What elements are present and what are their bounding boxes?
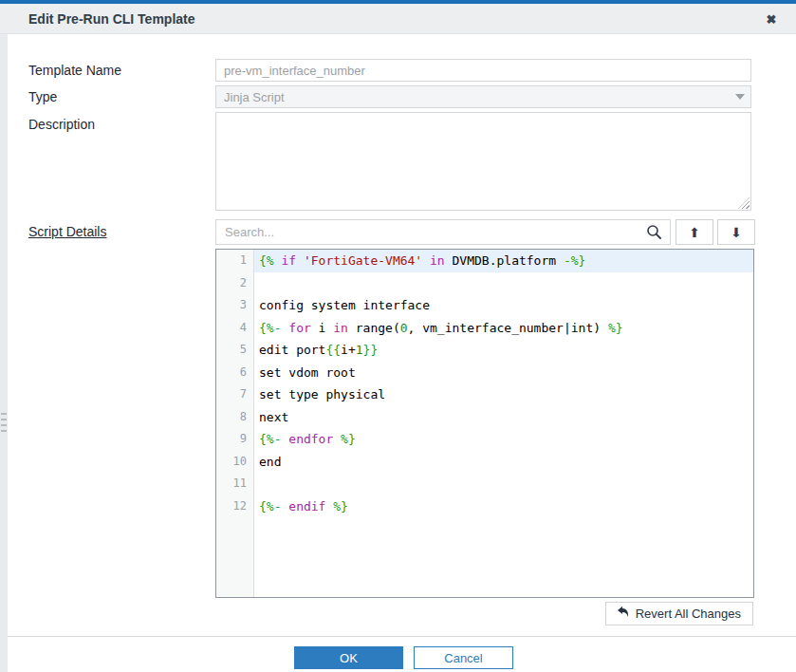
dialog-titlebar: Edit Pre-Run CLI Template ✖: [0, 4, 796, 34]
undo-icon: [616, 606, 630, 622]
line-number: 9: [216, 428, 253, 451]
dialog-content: Template Name Type Jinja Script Descript…: [8, 34, 796, 672]
search-icon[interactable]: [646, 224, 662, 244]
description-textarea[interactable]: [215, 112, 751, 211]
arrow-up-icon: ⬆: [689, 225, 700, 240]
line-number: 6: [216, 362, 253, 384]
code-line[interactable]: config system interface: [254, 294, 753, 317]
code-line[interactable]: edit port{{i+1}}: [254, 339, 753, 362]
dialog-title: Edit Pre-Run CLI Template: [28, 11, 195, 27]
script-details-label[interactable]: Script Details: [28, 224, 106, 239]
editor-line-number-gutter: 123456789101112: [216, 250, 254, 597]
type-label: Type: [28, 89, 57, 104]
description-label: Description: [28, 117, 95, 132]
line-number: 10: [216, 451, 253, 474]
line-number: 11: [216, 473, 253, 495]
revert-all-changes-label: Revert All Changes: [636, 607, 741, 621]
search-next-button[interactable]: ⬇: [717, 219, 755, 245]
code-line[interactable]: {%- endfor %}: [254, 428, 753, 451]
ok-button[interactable]: OK: [294, 646, 403, 669]
type-select-value: Jinja Script: [224, 90, 285, 104]
line-number: 2: [216, 272, 253, 295]
code-line[interactable]: end: [254, 451, 753, 474]
script-code-editor[interactable]: 123456789101112 {% if 'FortiGate-VM64' i…: [215, 249, 754, 598]
arrow-down-icon: ⬇: [731, 225, 742, 240]
code-line[interactable]: set type physical: [254, 383, 753, 406]
left-panel-rail: [0, 34, 8, 672]
code-line[interactable]: next: [254, 406, 753, 429]
script-search: [215, 219, 671, 245]
cancel-button[interactable]: Cancel: [414, 646, 513, 669]
search-previous-button[interactable]: ⬆: [676, 219, 713, 245]
close-icon[interactable]: ✖: [762, 9, 781, 28]
dialog-body: Template Name Type Jinja Script Descript…: [0, 34, 796, 672]
code-line[interactable]: set vdom root: [254, 362, 753, 384]
code-line[interactable]: {% if 'FortiGate-VM64' in DVMDB.platform…: [254, 250, 753, 272]
edit-pre-run-cli-template-dialog: { "dialog": { "title": "Edit Pre-Run CLI…: [0, 0, 796, 672]
template-name-label: Template Name: [28, 63, 121, 78]
line-number: 8: [216, 406, 253, 429]
panel-resize-handle[interactable]: [1, 413, 7, 436]
search-input[interactable]: [215, 219, 671, 245]
code-line[interactable]: [254, 272, 753, 295]
code-line[interactable]: [254, 473, 753, 495]
line-number: 7: [216, 383, 253, 406]
line-number: 12: [216, 495, 253, 518]
line-number: 3: [216, 294, 253, 317]
type-select: Jinja Script: [215, 85, 751, 108]
footer-divider: [8, 636, 796, 637]
chevron-down-icon: [735, 94, 745, 100]
editor-code-area[interactable]: {% if 'FortiGate-VM64' in DVMDB.platform…: [254, 250, 753, 597]
code-line[interactable]: {%- endif %}: [254, 495, 753, 518]
template-name-input: [215, 59, 751, 82]
line-number: 5: [216, 339, 253, 362]
line-number: 4: [216, 317, 253, 340]
code-line[interactable]: {%- for i in range(0, vm_interface_numbe…: [254, 317, 753, 340]
line-number: 1: [216, 250, 253, 272]
revert-all-changes-button[interactable]: Revert All Changes: [605, 602, 753, 625]
